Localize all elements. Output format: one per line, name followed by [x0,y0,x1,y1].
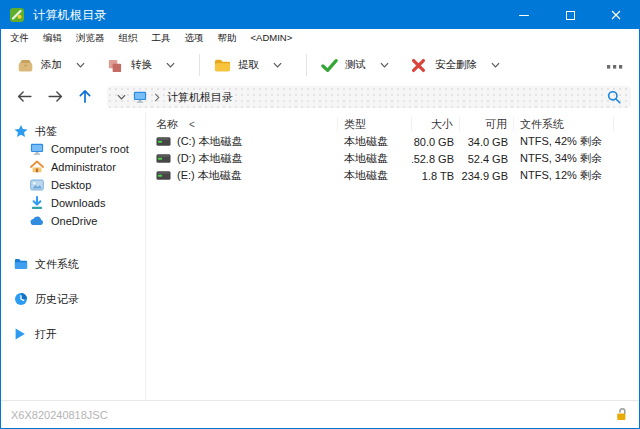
column-header-filesystem[interactable]: 文件系统 [514,117,614,131]
sidebar-item-file-system[interactable]: 文件系统 [1,255,145,273]
toolbar: 添加 转换 提取 测试 [1,46,639,84]
back-button[interactable] [11,88,38,106]
app-icon [9,7,25,23]
menu-item-help[interactable]: 帮助 [211,29,244,46]
drive-filesystem: NTFS, 34% 剩余 [514,151,614,166]
sidebar-item-onedrive[interactable]: OneDrive [1,212,145,230]
add-dropdown-button[interactable] [68,56,93,74]
table-row-drive-e[interactable]: (E:) 本地磁盘 本地磁盘 1.8 TB 234.9 GB NTFS, 12%… [146,167,639,184]
sort-indicator: < [189,119,195,130]
breadcrumb[interactable]: 计算机根目录 [107,86,631,108]
sidebar-item-computers-root[interactable]: Computer's root [1,140,145,158]
extract-button[interactable]: 提取 [208,54,265,77]
menu-item-tools[interactable]: 工具 [145,29,178,46]
history-clock-icon [14,292,28,306]
table-row-drive-c[interactable]: (C:) 本地磁盘 本地磁盘 80.0 GB 34.0 GB NTFS, 42%… [146,133,639,150]
sidebar: 书签 Computer's root Administrator Desktop [1,112,146,400]
hard-drive-icon [156,136,171,147]
close-icon [611,10,621,20]
sidebar-item-history[interactable]: 历史记录 [1,290,145,308]
minimize-icon [519,15,529,16]
menu-item-edit[interactable]: 编辑 [36,29,69,46]
chevron-down-icon [273,62,282,68]
drive-size: 80.0 GB [412,136,460,148]
list-header: 名称 < 类型 大小 可用 文件系统 [146,115,639,133]
content-area: 书签 Computer's root Administrator Desktop [1,112,639,400]
history-dropdown-chevron-icon[interactable] [117,94,126,100]
column-header-type[interactable]: 类型 [338,117,412,131]
arrow-up-icon [79,90,91,103]
chevron-down-icon [491,62,500,68]
drive-name: (E:) 本地磁盘 [177,168,242,183]
breadcrumb-location[interactable]: 计算机根目录 [167,90,233,105]
maximize-button[interactable] [547,1,593,29]
sidebar-item-administrator[interactable]: Administrator [1,158,145,176]
test-check-icon [321,58,338,73]
chevron-down-icon [166,62,175,68]
menu-item-organize[interactable]: 组织 [112,29,145,46]
hard-drive-icon [156,170,171,181]
star-icon [14,124,28,138]
sidebar-item-downloads[interactable]: Downloads [1,194,145,212]
secure-delete-icon [411,58,428,73]
forward-button[interactable] [42,88,69,106]
sidebar-item-desktop[interactable]: Desktop [1,176,145,194]
drive-free: 234.9 GB [460,170,514,182]
arrow-right-icon [48,91,63,102]
drive-type: 本地磁盘 [338,151,412,166]
secure-delete-dropdown-button[interactable] [483,56,508,74]
convert-dropdown-button[interactable] [158,56,183,74]
sidebar-item-label: OneDrive [51,215,97,227]
drive-filesystem: NTFS, 42% 剩余 [514,134,614,149]
home-icon [30,160,44,174]
status-text: X6X820240818JSC [11,409,108,421]
menu-item-options[interactable]: 选项 [178,29,211,46]
arrow-left-icon [17,91,32,102]
drive-free: 34.0 GB [460,136,514,148]
menu-item-browser[interactable]: 浏览器 [69,29,112,46]
toolbar-overflow-button[interactable] [601,56,629,75]
sidebar-item-open[interactable]: 打开 [1,325,145,343]
menubar: 文件 编辑 浏览器 组织 工具 选项 帮助 <ADMIN> [1,29,639,46]
up-button[interactable] [73,88,97,107]
toolbar-separator [306,54,307,76]
minimize-button[interactable] [501,1,547,29]
sidebar-item-label: Downloads [51,197,105,209]
sidebar-item-label: 书签 [35,124,57,139]
sidebar-item-label: 历史记录 [35,292,79,307]
test-dropdown-button[interactable] [372,56,397,74]
secure-delete-button[interactable]: 安全删除 [405,54,483,77]
extract-dropdown-button[interactable] [265,56,290,74]
maximize-icon [566,11,575,20]
archive-add-icon [17,58,34,73]
column-header-name[interactable]: 名称 < [146,117,338,131]
column-header-free[interactable]: 可用 [460,117,514,131]
status-bar: X6X820240818JSC [1,400,639,428]
sidebar-item-label: Computer's root [51,143,129,155]
table-row-drive-d[interactable]: (D:) 本地磁盘 本地磁盘 152.8 GB 52.4 GB NTFS, 34… [146,150,639,167]
column-header-size[interactable]: 大小 [412,117,460,131]
toolbar-separator [199,54,200,76]
add-button[interactable]: 添加 [11,54,68,77]
extract-folder-icon [214,58,231,73]
app-window: 计算机根目录 文件 编辑 浏览器 组织 工具 选项 帮助 <ADMIN> 添加 [0,0,640,429]
drive-name: (C:) 本地磁盘 [177,134,242,149]
ellipsis-icon [607,65,623,69]
sidebar-item-label: Desktop [51,179,91,191]
sidebar-item-bookmarks[interactable]: 书签 [1,122,145,140]
hard-drive-icon [156,153,171,164]
unlocked-padlock-icon[interactable] [614,407,629,422]
convert-button[interactable]: 转换 [101,54,158,77]
sidebar-item-label: 文件系统 [35,257,79,272]
menu-item-admin[interactable]: <ADMIN> [244,29,300,46]
menu-item-file[interactable]: 文件 [3,29,36,46]
drive-free: 52.4 GB [460,153,514,165]
close-button[interactable] [593,1,639,29]
test-button[interactable]: 测试 [315,54,372,77]
drive-name: (D:) 本地磁盘 [177,151,242,166]
search-icon[interactable] [607,90,621,104]
drive-type: 本地磁盘 [338,168,412,183]
computer-icon[interactable] [133,90,147,104]
folder-icon [14,257,28,271]
sidebar-item-label: 打开 [35,327,57,342]
